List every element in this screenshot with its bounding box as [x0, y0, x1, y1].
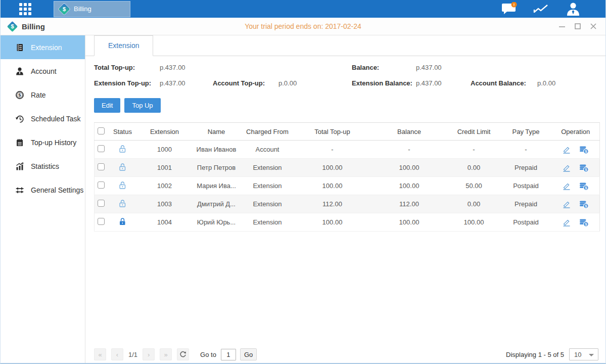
row-checkbox[interactable]	[98, 163, 105, 170]
sidebar-item-general-settings[interactable]: General Settings	[1, 178, 85, 202]
maximize-icon[interactable]	[574, 22, 582, 30]
app-window: $ Billing !	[0, 0, 606, 364]
billing-diamond-icon: $	[7, 21, 18, 32]
lock-open-icon[interactable]	[108, 159, 137, 177]
row-checkbox[interactable]	[98, 200, 105, 207]
extension-icon	[15, 43, 24, 52]
row-checkbox[interactable]	[98, 181, 105, 189]
cell-total-topup: -	[294, 141, 371, 159]
sidebar-item-scheduled-task[interactable]: Scheduled Task	[1, 107, 85, 130]
account-balance-label: Account Balance:	[471, 79, 526, 87]
prev-page-button[interactable]: ‹	[111, 348, 123, 360]
top-up-button[interactable]: Top Up	[124, 98, 160, 113]
col-status: Status	[108, 123, 137, 141]
cell-credit-limit: 0.00	[448, 195, 500, 213]
page-size-select[interactable]: 10	[569, 348, 598, 360]
cell-credit-limit: 50.00	[448, 177, 500, 195]
chart-icon[interactable]	[532, 2, 550, 16]
chat-icon[interactable]: !	[500, 2, 519, 16]
edit-button[interactable]: Edit	[94, 98, 120, 113]
sidebar-item-extension[interactable]: Extension	[1, 35, 85, 59]
edit-pencil-icon[interactable]	[562, 163, 571, 172]
cell-credit-limit: 100.00	[448, 213, 500, 232]
edit-pencil-icon[interactable]	[562, 145, 571, 154]
cell-total-topup: 112.00	[294, 195, 371, 213]
account-topup-label: Account Top-up:	[213, 79, 265, 87]
topup-coins-icon[interactable]: $	[579, 200, 589, 209]
chevron-down-icon	[589, 354, 594, 356]
app-tab-billing[interactable]: $ Billing	[54, 1, 130, 17]
topup-coins-icon[interactable]: $	[579, 145, 589, 154]
select-all-checkbox[interactable]	[98, 127, 105, 134]
cell-credit-limit: -	[448, 141, 500, 159]
topup-history-icon	[15, 138, 24, 147]
goto-label: Go to	[200, 351, 216, 358]
cell-balance: -	[371, 141, 448, 159]
cell-charged-from: Extension	[241, 177, 294, 195]
sidebar-item-rate[interactable]: $ Rate	[1, 83, 85, 107]
edit-pencil-icon[interactable]	[562, 181, 571, 191]
pagination-bar: « ‹ 1/1 › » Go to Go Displaying 1 - 5 of…	[94, 347, 598, 361]
table-row: 1004Юрий Юрь...Extension100.00100.00100.…	[95, 213, 600, 232]
last-page-button[interactable]: »	[160, 348, 172, 360]
edit-pencil-icon[interactable]	[562, 218, 571, 227]
svg-text:$: $	[585, 167, 587, 171]
cell-charged-from: Account	[241, 141, 294, 159]
lock-open-icon[interactable]	[108, 177, 137, 195]
sidebar-item-label: General Settings	[31, 186, 83, 194]
topup-coins-icon[interactable]: $	[579, 218, 589, 227]
balance-value: p.437.00	[416, 64, 442, 71]
goto-page-input[interactable]	[221, 349, 236, 360]
table-row: 1000Иван ИвановAccount----$	[95, 141, 600, 159]
go-button[interactable]: Go	[240, 348, 257, 360]
cell-total-topup: 100.00	[294, 177, 371, 195]
cell-total-topup: 100.00	[294, 213, 371, 232]
statistics-icon	[15, 162, 24, 171]
lock-open-icon[interactable]	[108, 141, 137, 159]
col-name: Name	[192, 123, 241, 141]
table-row: 1001Петр ПетровExtension100.00100.000.00…	[95, 159, 600, 177]
first-page-button[interactable]: «	[94, 348, 106, 360]
col-charged-from: Charged From	[241, 123, 294, 141]
row-checkbox[interactable]	[98, 218, 105, 225]
topup-coins-icon[interactable]: $	[579, 163, 589, 172]
cell-extension: 1000	[137, 141, 192, 159]
billing-diamond-icon: $	[59, 4, 70, 15]
col-total-topup: Total Top-up	[294, 123, 371, 141]
extension-balance-label: Extension Balance:	[352, 79, 412, 87]
svg-text:$: $	[585, 222, 587, 226]
page-size-value: 10	[574, 351, 581, 358]
sidebar-item-label: Top-up History	[31, 139, 76, 147]
cell-extension: 1004	[137, 213, 192, 232]
cell-charged-from: Extension	[241, 213, 294, 232]
sidebar-item-account[interactable]: Account	[1, 59, 85, 83]
minimize-icon[interactable]	[558, 22, 566, 30]
extension-topup-label: Extension Top-up:	[94, 79, 151, 87]
sidebar-item-label: Rate	[31, 91, 46, 99]
edit-pencil-icon[interactable]	[562, 200, 571, 209]
window-title-bar: Your trial period ends on: 2017-02-24 $ …	[1, 18, 605, 35]
user-icon[interactable]	[564, 2, 582, 16]
svg-text:!: !	[514, 3, 515, 7]
cell-pay-type: Prepaid	[500, 159, 552, 177]
page-indicator: 1/1	[128, 351, 137, 358]
svg-text:$: $	[585, 149, 587, 153]
lock-closed-icon[interactable]	[108, 213, 137, 232]
top-app-bar: $ Billing !	[1, 0, 605, 18]
close-icon[interactable]	[589, 22, 597, 30]
cell-pay-type: -	[500, 141, 552, 159]
lock-open-icon[interactable]	[108, 195, 137, 213]
sidebar-item-topup-history[interactable]: Top-up History	[1, 130, 85, 154]
col-credit-limit: Credit Limit	[448, 123, 500, 141]
next-page-button[interactable]: ›	[143, 348, 155, 360]
app-grid-icon[interactable]	[19, 3, 31, 15]
tab-extension[interactable]: Extension	[94, 35, 153, 56]
cell-charged-from: Extension	[241, 159, 294, 177]
refresh-button[interactable]	[177, 348, 189, 360]
account-topup-value: p.0.00	[278, 79, 297, 87]
row-checkbox[interactable]	[98, 145, 105, 152]
total-topup-value: p.437.00	[160, 64, 185, 71]
table-header-row: Status Extension Name Charged From Total…	[95, 123, 600, 141]
sidebar-item-statistics[interactable]: Statistics	[1, 154, 85, 178]
topup-coins-icon[interactable]: $	[579, 181, 589, 191]
